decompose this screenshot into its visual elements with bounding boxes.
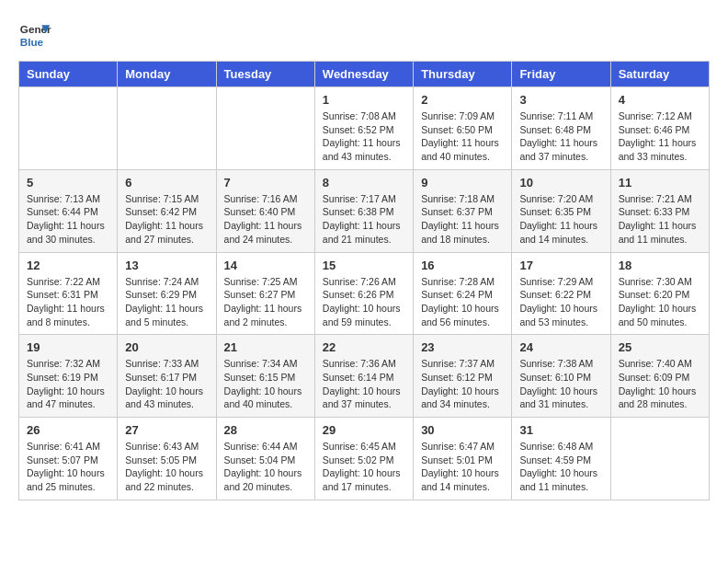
day-info: Sunrise: 7:36 AM Sunset: 6:14 PM Dayligh… (323, 357, 405, 411)
weekday-header-wednesday: Wednesday (314, 62, 413, 87)
day-info: Sunrise: 7:17 AM Sunset: 6:38 PM Dayligh… (323, 192, 405, 247)
weekday-header-row: SundayMondayTuesdayWednesdayThursdayFrid… (19, 62, 710, 87)
day-number: 11 (619, 176, 701, 190)
day-cell: 7Sunrise: 7:16 AM Sunset: 6:40 PM Daylig… (216, 169, 314, 252)
day-cell: 26Sunrise: 6:41 AM Sunset: 5:07 PM Dayli… (19, 418, 118, 500)
day-cell (19, 87, 118, 170)
weekday-header-friday: Friday (512, 62, 610, 87)
day-cell: 13Sunrise: 7:24 AM Sunset: 6:29 PM Dayli… (118, 252, 216, 335)
day-number: 4 (619, 93, 701, 107)
day-info: Sunrise: 7:25 AM Sunset: 6:27 PM Dayligh… (224, 275, 307, 329)
day-info: Sunrise: 6:48 AM Sunset: 4:59 PM Dayligh… (519, 440, 602, 494)
day-number: 14 (224, 259, 307, 272)
day-cell: 21Sunrise: 7:34 AM Sunset: 6:15 PM Dayli… (216, 335, 314, 418)
day-info: Sunrise: 7:30 AM Sunset: 6:20 PM Dayligh… (619, 275, 701, 329)
day-number: 28 (224, 423, 307, 437)
day-cell: 10Sunrise: 7:20 AM Sunset: 6:35 PM Dayli… (512, 169, 610, 252)
weekday-header-monday: Monday (118, 62, 216, 87)
day-info: Sunrise: 7:29 AM Sunset: 6:22 PM Dayligh… (519, 275, 602, 329)
day-cell: 16Sunrise: 7:28 AM Sunset: 6:24 PM Dayli… (414, 252, 512, 335)
day-number: 16 (421, 259, 504, 272)
day-info: Sunrise: 6:45 AM Sunset: 5:02 PM Dayligh… (323, 440, 405, 494)
day-info: Sunrise: 7:11 AM Sunset: 6:48 PM Dayligh… (519, 109, 602, 164)
day-number: 29 (323, 423, 405, 437)
day-info: Sunrise: 6:47 AM Sunset: 5:01 PM Dayligh… (421, 440, 504, 494)
day-number: 26 (27, 423, 109, 437)
svg-text:Blue: Blue (20, 36, 44, 48)
day-cell: 30Sunrise: 6:47 AM Sunset: 5:01 PM Dayli… (414, 418, 512, 500)
day-cell: 12Sunrise: 7:22 AM Sunset: 6:31 PM Dayli… (19, 252, 118, 335)
day-number: 24 (519, 340, 602, 354)
day-info: Sunrise: 7:08 AM Sunset: 6:52 PM Dayligh… (323, 109, 405, 164)
day-cell: 27Sunrise: 6:43 AM Sunset: 5:05 PM Dayli… (118, 418, 216, 500)
day-cell: 20Sunrise: 7:33 AM Sunset: 6:17 PM Dayli… (118, 335, 216, 418)
day-info: Sunrise: 6:44 AM Sunset: 5:04 PM Dayligh… (224, 440, 307, 494)
day-number: 15 (323, 259, 405, 272)
day-info: Sunrise: 7:13 AM Sunset: 6:44 PM Dayligh… (27, 192, 109, 247)
day-cell: 19Sunrise: 7:32 AM Sunset: 6:19 PM Dayli… (19, 335, 118, 418)
day-cell: 28Sunrise: 6:44 AM Sunset: 5:04 PM Dayli… (216, 418, 314, 500)
day-info: Sunrise: 7:24 AM Sunset: 6:29 PM Dayligh… (125, 275, 208, 329)
day-cell: 6Sunrise: 7:15 AM Sunset: 6:42 PM Daylig… (118, 169, 216, 252)
weekday-header-sunday: Sunday (19, 62, 118, 87)
weekday-header-saturday: Saturday (610, 62, 709, 87)
day-number: 20 (125, 340, 208, 354)
day-number: 21 (224, 340, 307, 354)
weekday-header-tuesday: Tuesday (216, 62, 314, 87)
day-info: Sunrise: 7:26 AM Sunset: 6:26 PM Dayligh… (323, 275, 405, 329)
day-number: 13 (125, 259, 208, 272)
logo-icon: General Blue (18, 18, 51, 52)
day-number: 5 (27, 176, 109, 190)
calendar-table: SundayMondayTuesdayWednesdayThursdayFrid… (18, 61, 710, 500)
day-number: 31 (519, 423, 602, 437)
day-info: Sunrise: 6:43 AM Sunset: 5:05 PM Dayligh… (125, 440, 208, 494)
day-cell: 14Sunrise: 7:25 AM Sunset: 6:27 PM Dayli… (216, 252, 314, 335)
day-info: Sunrise: 7:28 AM Sunset: 6:24 PM Dayligh… (421, 275, 504, 329)
day-cell: 8Sunrise: 7:17 AM Sunset: 6:38 PM Daylig… (314, 169, 413, 252)
day-cell: 15Sunrise: 7:26 AM Sunset: 6:26 PM Dayli… (314, 252, 413, 335)
day-cell: 4Sunrise: 7:12 AM Sunset: 6:46 PM Daylig… (610, 87, 709, 170)
day-info: Sunrise: 6:41 AM Sunset: 5:07 PM Dayligh… (27, 440, 109, 494)
day-number: 12 (27, 259, 109, 272)
day-number: 2 (421, 93, 504, 107)
day-info: Sunrise: 7:16 AM Sunset: 6:40 PM Dayligh… (224, 192, 307, 247)
page-header: General Blue (18, 18, 710, 52)
day-cell: 31Sunrise: 6:48 AM Sunset: 4:59 PM Dayli… (512, 418, 610, 500)
day-info: Sunrise: 7:20 AM Sunset: 6:35 PM Dayligh… (519, 192, 602, 247)
day-cell: 29Sunrise: 6:45 AM Sunset: 5:02 PM Dayli… (314, 418, 413, 500)
day-number: 9 (421, 176, 504, 190)
day-cell: 2Sunrise: 7:09 AM Sunset: 6:50 PM Daylig… (414, 87, 512, 170)
day-cell (610, 418, 709, 500)
week-row-0: 1Sunrise: 7:08 AM Sunset: 6:52 PM Daylig… (19, 87, 710, 170)
day-cell: 9Sunrise: 7:18 AM Sunset: 6:37 PM Daylig… (414, 169, 512, 252)
day-number: 3 (519, 93, 602, 107)
day-number: 27 (125, 423, 208, 437)
week-row-3: 19Sunrise: 7:32 AM Sunset: 6:19 PM Dayli… (19, 335, 710, 418)
weekday-header-thursday: Thursday (414, 62, 512, 87)
day-cell (118, 87, 216, 170)
day-info: Sunrise: 7:22 AM Sunset: 6:31 PM Dayligh… (27, 275, 109, 329)
day-number: 22 (323, 340, 405, 354)
day-number: 10 (519, 176, 602, 190)
day-cell: 5Sunrise: 7:13 AM Sunset: 6:44 PM Daylig… (19, 169, 118, 252)
day-cell (216, 87, 314, 170)
day-number: 30 (421, 423, 504, 437)
day-info: Sunrise: 7:33 AM Sunset: 6:17 PM Dayligh… (125, 357, 208, 411)
day-number: 19 (27, 340, 109, 354)
day-info: Sunrise: 7:40 AM Sunset: 6:09 PM Dayligh… (619, 357, 701, 411)
week-row-1: 5Sunrise: 7:13 AM Sunset: 6:44 PM Daylig… (19, 169, 710, 252)
day-info: Sunrise: 7:32 AM Sunset: 6:19 PM Dayligh… (27, 357, 109, 411)
week-row-2: 12Sunrise: 7:22 AM Sunset: 6:31 PM Dayli… (19, 252, 710, 335)
day-number: 6 (125, 176, 208, 190)
day-cell: 3Sunrise: 7:11 AM Sunset: 6:48 PM Daylig… (512, 87, 610, 170)
day-cell: 1Sunrise: 7:08 AM Sunset: 6:52 PM Daylig… (314, 87, 413, 170)
day-info: Sunrise: 7:37 AM Sunset: 6:12 PM Dayligh… (421, 357, 504, 411)
day-info: Sunrise: 7:38 AM Sunset: 6:10 PM Dayligh… (519, 357, 602, 411)
day-cell: 11Sunrise: 7:21 AM Sunset: 6:33 PM Dayli… (610, 169, 709, 252)
week-row-4: 26Sunrise: 6:41 AM Sunset: 5:07 PM Dayli… (19, 418, 710, 500)
day-number: 1 (323, 93, 405, 107)
day-info: Sunrise: 7:21 AM Sunset: 6:33 PM Dayligh… (619, 192, 701, 247)
day-number: 8 (323, 176, 405, 190)
day-cell: 25Sunrise: 7:40 AM Sunset: 6:09 PM Dayli… (610, 335, 709, 418)
day-cell: 23Sunrise: 7:37 AM Sunset: 6:12 PM Dayli… (414, 335, 512, 418)
